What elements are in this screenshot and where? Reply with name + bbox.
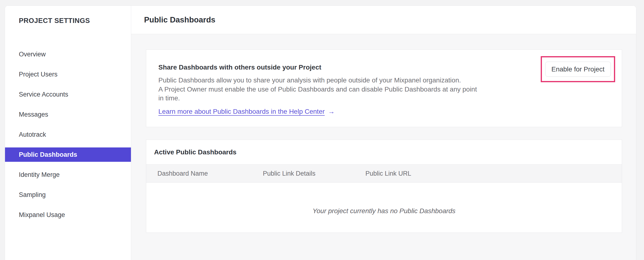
sidebar-item-sampling[interactable]: Sampling [5,188,131,202]
share-card-description-line: Public Dashboards allow you to share you… [158,76,622,85]
main-header: Public Dashboards [131,6,636,34]
sidebar-item-public-dashboards[interactable]: Public Dashboards [5,148,131,162]
sidebar-item-identity-merge[interactable]: Identity Merge [5,168,131,182]
main-area: Public Dashboards Share Dashboards with … [131,6,636,260]
dashboards-table-header: Dashboard Name Public Link Details Publi… [146,164,622,183]
share-card-description: Public Dashboards allow you to share you… [158,76,622,103]
sidebar-item-mixpanel-usage[interactable]: Mixpanel Usage [5,208,131,222]
active-card-heading: Active Public Dashboards [154,148,236,156]
app-panel: PROJECT SETTINGS Overview Project Users … [5,6,636,260]
page-title: Public Dashboards [144,15,216,24]
help-center-link[interactable]: Learn more about Public Dashboards in th… [158,108,324,115]
column-header-dashboard-name: Dashboard Name [146,170,263,177]
share-card-description-line: A Project Owner must enable the use of P… [158,85,622,94]
project-settings-sidebar: PROJECT SETTINGS Overview Project Users … [5,6,131,260]
sidebar-nav: Overview Project Users Service Accounts … [5,47,131,222]
sidebar-item-project-users[interactable]: Project Users [5,67,131,81]
sidebar-item-overview[interactable]: Overview [5,47,131,61]
sidebar-item-service-accounts[interactable]: Service Accounts [5,87,131,101]
dashboards-table-empty-state: Your project currently has no Public Das… [146,183,622,232]
empty-state-message: Your project currently has no Public Das… [312,207,455,215]
sidebar-item-autotrack[interactable]: Autotrack [5,127,131,142]
sidebar-title: PROJECT SETTINGS [5,16,131,25]
column-header-public-link-url: Public Link URL [366,170,622,177]
active-card-heading-row: Active Public Dashboards [146,140,622,164]
enable-for-project-button[interactable]: Enable for Project [545,62,611,77]
help-center-link-row: Learn more about Public Dashboards in th… [158,108,622,115]
share-card-description-line: in time. [158,94,622,103]
active-public-dashboards-card: Active Public Dashboards Dashboard Name … [146,140,622,233]
main-body: Share Dashboards with others outside you… [131,34,636,260]
share-dashboards-card: Share Dashboards with others outside you… [146,49,622,127]
column-header-public-link-details: Public Link Details [263,170,366,177]
arrow-right-icon: → [328,108,335,115]
sidebar-item-messages[interactable]: Messages [5,107,131,122]
